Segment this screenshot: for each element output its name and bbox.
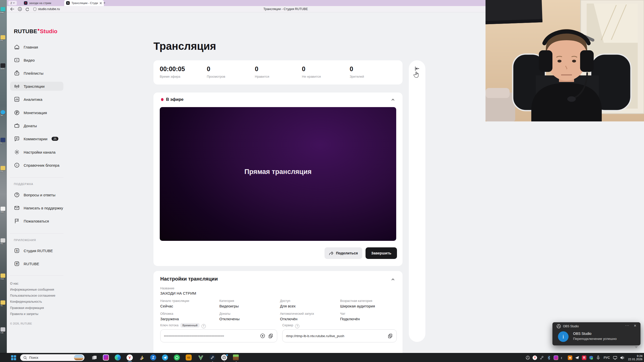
taskbar-icon-minecraft[interactable] bbox=[233, 354, 239, 361]
sidebar-item-home[interactable]: Главная bbox=[10, 42, 63, 52]
show-key-eye-icon[interactable] bbox=[260, 333, 265, 339]
desktop-shortcut[interactable]: Ra bbox=[0, 238, 7, 245]
taskbar-icon-steam[interactable] bbox=[209, 354, 216, 361]
settings-title: Настройки трансляции bbox=[160, 276, 218, 282]
taskbar-search[interactable]: Поиск bbox=[20, 354, 85, 361]
yandex-profile-icon[interactable]: Я bbox=[18, 7, 22, 11]
live-video-preview[interactable]: Прямая трансляция bbox=[160, 107, 396, 241]
desktop-shortcut[interactable]: Th bbox=[0, 300, 7, 307]
toast-close-icon[interactable]: ✕ bbox=[634, 324, 636, 328]
broadcast-settings-card: Настройки трансляции Название ЗАХОДИ НА … bbox=[153, 271, 403, 362]
share-button[interactable]: Поделиться bbox=[325, 247, 362, 259]
sidebar-item-rutube-app[interactable]: R RUTUBE bbox=[10, 259, 63, 268]
refresh-icon[interactable] bbox=[25, 7, 29, 11]
sidebar-item-comments[interactable]: Комментарии 25 bbox=[10, 134, 63, 143]
desktop-shortcut[interactable]: S bbox=[0, 138, 7, 144]
tray-clock[interactable]: 9:24 22.01.2026 bbox=[627, 354, 642, 361]
taskbar-icon-game-orange[interactable]: cc bbox=[186, 354, 192, 361]
tab-stream-page[interactable]: R заходи на стрим bbox=[24, 0, 62, 6]
desktop-shortcut[interactable]: lamb bbox=[0, 63, 7, 70]
support-section-header: ПОДДЕРЖКА bbox=[14, 183, 33, 186]
tray-monitor-icon[interactable] bbox=[613, 355, 617, 360]
tray-bluetooth-icon[interactable] bbox=[547, 355, 551, 360]
copy-server-icon[interactable] bbox=[387, 333, 393, 339]
tray-language[interactable]: РУС bbox=[603, 356, 610, 359]
tray-mic-icon[interactable] bbox=[596, 355, 600, 360]
field-label: Название bbox=[160, 287, 174, 290]
sidebar-item-analytics[interactable]: Аналитика bbox=[10, 95, 63, 104]
taskbar-icon-photos[interactable] bbox=[103, 354, 109, 361]
sidebar-item-monetization[interactable]: Монетизация bbox=[10, 108, 63, 117]
tray-speaker-icon[interactable] bbox=[620, 355, 624, 360]
taskbar-icon-edge[interactable] bbox=[115, 354, 121, 361]
desktop-shortcut[interactable]: Tel bbox=[0, 110, 7, 116]
tray-telegram-icon[interactable] bbox=[575, 355, 579, 360]
back-icon[interactable] bbox=[10, 7, 14, 11]
taskbar-icon-whatsapp[interactable] bbox=[174, 354, 180, 361]
footer-link-user-agreement[interactable]: Пользовательское соглашение bbox=[10, 294, 55, 297]
tray-app-purple-icon[interactable] bbox=[554, 355, 558, 360]
stream-key-input[interactable]: ••••••••••••••••••••••••••••••••••••••••… bbox=[160, 329, 277, 342]
tray-rutube-icon[interactable]: R bbox=[582, 355, 586, 360]
tray-yandex-icon[interactable]: Y bbox=[533, 355, 537, 360]
sidebar-item-broadcasts[interactable]: Трансляции bbox=[10, 82, 63, 91]
desktop-shortcut[interactable]: Су bbox=[0, 166, 7, 172]
sidebar-item-channel-settings[interactable]: Настройки канала bbox=[10, 148, 63, 157]
footer-link-info-messages[interactable]: Информационные сообщения bbox=[10, 288, 54, 291]
footer-link-rules[interactable]: Правила и запреты bbox=[10, 312, 38, 316]
sidebar-item-donates[interactable]: Донаты bbox=[10, 121, 63, 130]
stat-dislikes: 0Не нравится bbox=[302, 65, 321, 78]
question-icon bbox=[14, 192, 20, 198]
desktop-shortcut[interactable]: Нов bbox=[0, 274, 7, 280]
server-input[interactable]: rtmp://rtmp-lb-b.ntv.rutube.ru/live_push bbox=[282, 329, 397, 342]
taskbar-icon-obs[interactable] bbox=[221, 354, 228, 361]
sidebar-item-report[interactable]: Пожаловаться bbox=[10, 216, 63, 225]
sidebar-item-faq[interactable]: Вопросы и ответы bbox=[10, 190, 63, 199]
new-tab-button[interactable]: + bbox=[102, 1, 106, 5]
obs-notification-toast[interactable]: OBS Studio ··· ✕ i OBS Studio Переподклю… bbox=[552, 322, 640, 345]
tab-counter[interactable]: 2 bbox=[8, 1, 17, 5]
tray-java-icon[interactable]: ≋ bbox=[568, 355, 572, 360]
rutube-studio-logo[interactable]: RUTUBE•Studio bbox=[14, 28, 57, 35]
tray-obs-icon[interactable] bbox=[526, 355, 530, 360]
sidebar-item-playlists[interactable]: Плейлисты bbox=[10, 69, 63, 78]
toast-collapse-arrow[interactable] bbox=[634, 346, 638, 348]
toast-more-icon[interactable]: ··· bbox=[625, 323, 629, 327]
sidebar-divider bbox=[10, 234, 63, 234]
desktop-shortcut[interactable]: Ра bbox=[0, 35, 7, 41]
desktop-shortcut[interactable]: Wat bbox=[0, 207, 7, 213]
start-button[interactable] bbox=[11, 355, 16, 360]
field-label: Донаты bbox=[219, 312, 230, 315]
sidebar-item-blogger-guide[interactable]: Справочник блогера bbox=[10, 161, 63, 170]
site-badge-icon[interactable] bbox=[33, 7, 36, 11]
info-circle-icon: i bbox=[558, 331, 569, 342]
tab-studio-active[interactable]: S Трансляции - Студия R bbox=[64, 0, 104, 6]
sidebar-item-write-support[interactable]: Написать в поддержку bbox=[10, 203, 63, 212]
taskbar-icon-zona[interactable]: Z bbox=[150, 354, 157, 361]
tray-steam-icon[interactable] bbox=[540, 355, 544, 360]
url-field[interactable]: studio.rutube.ru bbox=[33, 7, 60, 11]
tab-close-icon[interactable] bbox=[100, 2, 102, 4]
taskbar-icon-app-yellow[interactable] bbox=[138, 354, 145, 361]
desktop-shortcut[interactable]: ком bbox=[0, 7, 7, 13]
desktop-shortcut[interactable]: Lau bbox=[0, 327, 7, 334]
help-icon[interactable]: ? bbox=[295, 324, 299, 328]
tray-cloud-icon[interactable] bbox=[561, 355, 565, 360]
finish-button[interactable]: Завершить bbox=[366, 247, 397, 259]
sidebar-item-studio-app[interactable]: S Студия RUTUBE bbox=[10, 246, 63, 255]
taskbar-icon-v-game[interactable] bbox=[197, 354, 204, 361]
taskbar-icon-yandex-browser[interactable]: Y bbox=[127, 354, 133, 361]
broadcast-icon bbox=[14, 83, 20, 89]
footer-link-legal[interactable]: Правовая информация bbox=[10, 306, 44, 310]
footer-link-privacy[interactable]: Конфиденциальность bbox=[10, 300, 42, 303]
collapse-settings-chevron-icon[interactable] bbox=[390, 277, 396, 283]
copy-key-icon[interactable] bbox=[268, 333, 273, 339]
tray-defender-icon[interactable] bbox=[589, 355, 593, 360]
collapse-live-chevron-icon[interactable] bbox=[390, 97, 396, 103]
taskbar-icon-taskview[interactable] bbox=[91, 354, 98, 361]
help-icon[interactable]: ? bbox=[202, 324, 206, 328]
sidebar-item-video[interactable]: Видео bbox=[10, 56, 63, 65]
taskbar-icon-telegram[interactable] bbox=[162, 354, 169, 361]
footer-link-about[interactable]: О нас bbox=[10, 282, 18, 285]
field-label: Начало трансляции bbox=[160, 299, 189, 303]
